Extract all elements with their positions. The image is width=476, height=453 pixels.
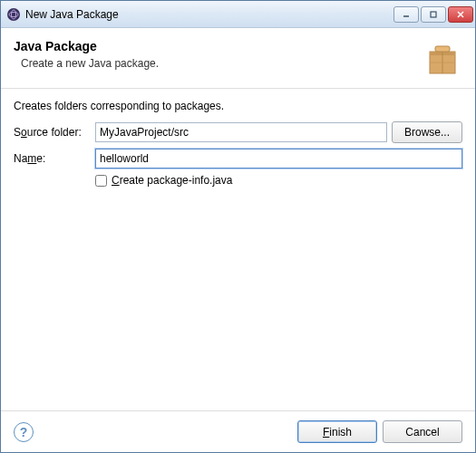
window-controls: [393, 6, 473, 23]
minimize-button[interactable]: [393, 6, 419, 23]
svg-rect-9: [435, 46, 450, 52]
titlebar[interactable]: New Java Package: [1, 1, 475, 28]
package-info-checkbox[interactable]: [95, 175, 107, 187]
eclipse-icon: [6, 7, 21, 22]
source-folder-input[interactable]: [95, 122, 387, 142]
help-icon[interactable]: ?: [14, 422, 34, 442]
dialog-content: Creates folders corresponding to package…: [1, 89, 475, 410]
source-folder-label: Source folder:: [14, 126, 95, 139]
package-icon: [423, 39, 462, 79]
page-subtitle: Create a new Java package.: [14, 57, 413, 70]
browse-button[interactable]: Browse...: [392, 121, 462, 143]
description-text: Creates folders corresponding to package…: [14, 100, 462, 112]
close-button[interactable]: [448, 6, 473, 23]
dialog-header: Java Package Create a new Java package.: [1, 28, 475, 89]
package-info-row: Create package-info.java: [14, 174, 462, 187]
source-folder-row: Source folder: Browse...: [14, 121, 462, 143]
svg-rect-4: [431, 12, 436, 17]
page-title: Java Package: [14, 39, 413, 53]
package-info-label[interactable]: Create package-info.java: [112, 174, 232, 187]
window-title: New Java Package: [25, 8, 393, 21]
finish-button[interactable]: Finish: [297, 420, 377, 443]
dialog-window: New Java Package Java Package Create a n…: [0, 0, 476, 453]
name-input[interactable]: [95, 149, 462, 169]
maximize-button[interactable]: [421, 6, 446, 23]
name-row: Name:: [14, 149, 462, 169]
cancel-button[interactable]: Cancel: [383, 420, 462, 443]
dialog-footer: ? Finish Cancel: [1, 410, 475, 452]
name-label: Name:: [14, 152, 95, 165]
